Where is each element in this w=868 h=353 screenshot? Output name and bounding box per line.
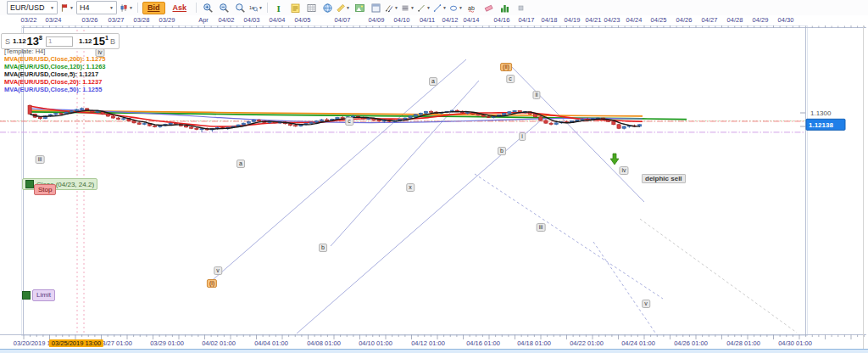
sell-price-main[interactable]: 1.12: [13, 37, 26, 45]
symbol-flag-button[interactable]: ▼: [60, 2, 74, 14]
stop-order-tag[interactable]: Stop: [34, 184, 56, 195]
cursor-icon: I: [274, 3, 285, 14]
new-window-icon: [370, 3, 381, 14]
eraser-icon: [483, 3, 494, 14]
trendline[interactable]: [208, 59, 466, 284]
image-export-button[interactable]: [353, 2, 366, 14]
zoom-range-button[interactable]: 1a▼: [249, 2, 263, 14]
top-axis-label: 03/27: [108, 16, 125, 24]
bottom-date-axis: 03/20/2019 17:0003/25/2019 13:0003/27 01…: [0, 339, 868, 349]
eraser-button[interactable]: [481, 2, 495, 14]
draw-tools-button[interactable]: ▼: [385, 2, 398, 14]
trendline[interactable]: [640, 219, 797, 333]
plot-outer-frame: [22, 26, 808, 336]
top-axis-label: 04/21: [586, 16, 602, 24]
bottom-axis-label: 04/10 01:00: [359, 339, 392, 347]
indicators-button[interactable]: [498, 2, 511, 14]
pen-tool-icon: [417, 3, 426, 14]
top-axis-label: 04/16: [494, 16, 510, 24]
line-studies-button[interactable]: ▼: [401, 2, 415, 14]
top-axis-label: 04/14: [464, 16, 480, 24]
annotation-delphic-sell[interactable]: delphic sell: [642, 174, 686, 183]
legend-entry: MVA(EUR/USD,Close,120): 1.1263: [4, 63, 105, 70]
top-date-axis: 03/2203/2403/2603/2703/2803/29Apr04/0204…: [0, 15, 868, 25]
chart-canvas[interactable]: 1.13001.12001.12138: [0, 0, 868, 353]
cursor-button[interactable]: I: [272, 2, 286, 14]
zoom-auto-button[interactable]: [233, 2, 247, 14]
ellipse-tool-icon: [449, 3, 458, 14]
buy-price-main[interactable]: 1.12: [79, 37, 92, 45]
svg-text:1a: 1a: [249, 5, 254, 10]
ruler-icon: [337, 3, 345, 14]
top-axis-label: 03/22: [21, 16, 37, 24]
trade-widget: S 1.12 13 8 1.12 15 1 B: [1, 33, 120, 49]
timeframe-combo[interactable]: H4▼: [76, 1, 117, 14]
bottom-axis-label: 04/26 01:00: [674, 339, 708, 347]
top-axis-label: 04/02: [219, 16, 235, 24]
top-axis-label: 04/29: [753, 16, 769, 24]
toolbar: EUR/USD▼▼H4▼▼BidAsk1a▼I▼▼▼▼▼▼ab: [0, 0, 868, 15]
top-axis-label: 04/23: [604, 16, 620, 24]
top-axis-label: 04/10: [394, 16, 410, 24]
bottom-axis-label: 03/27 01:00: [98, 339, 132, 347]
trendline[interactable]: [331, 81, 479, 246]
sell-price-frac[interactable]: 8: [39, 35, 42, 41]
wave-label-b: b: [319, 244, 327, 252]
zoom-out-button[interactable]: [217, 2, 231, 14]
limit-order-tag[interactable]: Limit: [22, 290, 55, 300]
bottom-axis-label-selected: 03/25/2019 13:00: [49, 339, 103, 347]
wave-label-iii: iii: [36, 155, 45, 164]
top-axis-label: 04/25: [651, 16, 667, 24]
ruler-button[interactable]: ▼: [337, 2, 350, 14]
pen-tool-button[interactable]: ▼: [417, 2, 431, 14]
top-axis-label: 04/05: [295, 16, 311, 24]
wave-label-a: a: [236, 160, 245, 168]
bottom-axis-label: 04/08 01:00: [307, 339, 341, 347]
legend-entry: MVA(EUR/USD,Close,20): 1.1237: [4, 78, 105, 86]
wave-label-iv: iv: [619, 166, 628, 175]
buy-price-pips[interactable]: 15: [93, 36, 105, 47]
legend-entry: MVA(EUR/USD,Close,50): 1.1255: [4, 86, 105, 93]
text-tool-button[interactable]: ab: [465, 2, 479, 14]
top-axis-label: Apr: [198, 16, 209, 24]
web-button[interactable]: [320, 2, 334, 14]
top-axis-label: 04/09: [369, 16, 385, 24]
trendline[interactable]: [509, 64, 644, 202]
trendline-tool-button[interactable]: ▼: [433, 2, 447, 14]
legend-entry: MVA(EUR/USD,Close,200): 1.1275: [4, 55, 105, 63]
note-button[interactable]: [288, 2, 302, 14]
wave-label-x: x: [406, 183, 415, 192]
sell-side-label: S: [5, 37, 10, 46]
bottom-axis-label: 04/18 01:00: [517, 339, 551, 347]
top-axis-label: 04/19: [565, 16, 581, 24]
top-axis-label: 04/18: [542, 16, 558, 24]
top-axis-label: 04/28: [727, 16, 743, 24]
more-button[interactable]: [514, 2, 527, 14]
indicators-icon: [499, 3, 510, 14]
buy-price-frac[interactable]: 1: [105, 35, 108, 41]
bottom-axis-label: 04/30 01:00: [778, 339, 812, 347]
top-axis-label: 04/12: [442, 16, 459, 24]
sell-arrow-icon[interactable]: [610, 154, 619, 165]
sell-price-pips[interactable]: 13: [27, 36, 39, 47]
top-axis-label: 04/27: [702, 16, 718, 24]
note-icon: [290, 3, 301, 14]
new-window-button[interactable]: [369, 2, 382, 14]
zoom-in-button[interactable]: [201, 2, 214, 14]
trendline[interactable]: [593, 242, 657, 335]
amount-input[interactable]: [46, 36, 73, 47]
ask-button[interactable]: Ask: [168, 2, 192, 14]
grid-button[interactable]: [304, 2, 318, 14]
chart-type-button[interactable]: ▼: [120, 2, 133, 14]
limit-order-icon: [22, 291, 31, 300]
zoom-out-icon: [219, 3, 230, 14]
web-icon: [322, 3, 333, 14]
line-studies-icon: [401, 3, 409, 14]
symbol-combo[interactable]: EUR/USD▼: [7, 1, 58, 14]
bid-button[interactable]: Bid: [142, 2, 165, 14]
wave-label-v: v: [642, 300, 650, 308]
wave-label-ii: ii: [532, 91, 540, 99]
zoom-in-icon: [203, 3, 214, 14]
bottom-axis-label: 04/16 01:00: [466, 339, 500, 347]
ellipse-tool-button[interactable]: ▼: [449, 2, 463, 14]
